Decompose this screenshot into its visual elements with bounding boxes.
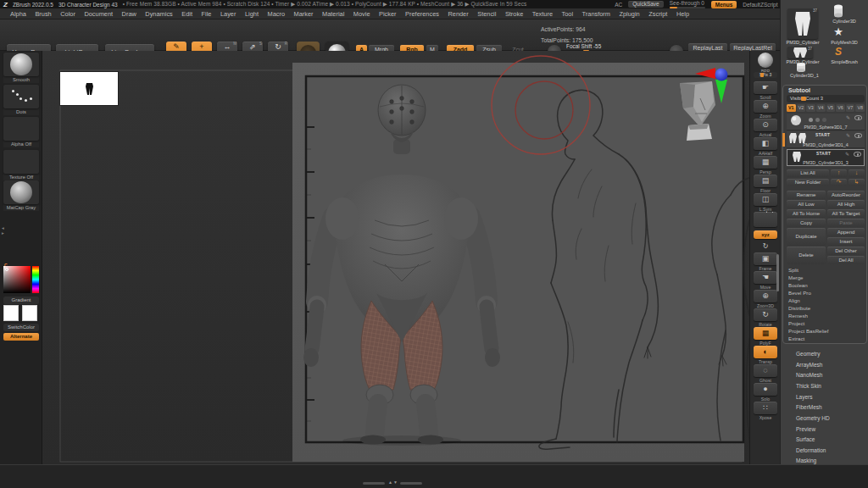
tab-v3[interactable]: V3 [806,104,815,112]
left-tray-collapse-handle[interactable]: ◂▸ [0,225,6,236]
menu-layer[interactable]: Layer [220,10,236,18]
sculpt-brush-icon[interactable]: ✎ [846,114,850,120]
menu-picker[interactable]: Picker [379,10,397,18]
menu-render[interactable]: Render [448,10,468,18]
zoom-button[interactable]: ⊕ Zoom [754,100,777,119]
quicksave-button[interactable]: QuickSave [628,1,663,8]
palette-surface[interactable]: Surface [796,436,815,442]
menu-material[interactable]: Material [322,10,344,18]
visible-count-slider[interactable]: Visible Count 3 [787,95,865,103]
stroke-selector[interactable]: Dots [3,85,39,115]
tool-simplebrush[interactable]: S [832,47,845,58]
section-bevel-pro[interactable]: Bevel Pro [788,290,811,296]
sculpt-brush-icon[interactable]: ✎ [845,151,849,157]
auto-reorder-button[interactable]: AutoReorder [827,191,865,199]
material-selector[interactable]: MatCap Gray [3,180,39,211]
menu-draw[interactable]: Draw [122,10,136,18]
xpose-button[interactable]: ∷ Xpose [754,402,777,420]
transp-button[interactable]: ◐ Transp [754,346,777,364]
section-split[interactable]: Split [788,267,798,273]
menu-stroke[interactable]: Stroke [505,10,523,18]
subtool-up-button[interactable]: ↑ [831,169,847,177]
sculpt-brush-icon[interactable]: ✎ [846,132,850,138]
section-align[interactable]: Align [788,297,800,303]
persp-button[interactable]: ▦ Persp [754,156,777,175]
bottom-divider-left[interactable] [363,482,385,485]
texture-selector[interactable]: Texture Off [3,150,39,180]
all-high-button[interactable]: All High [827,200,865,208]
menu-edit[interactable]: Edit [181,10,192,18]
right-strip-scrollbar[interactable] [776,254,779,291]
menu-transform[interactable]: Transform [582,10,610,18]
section-distribute[interactable]: Distribute [788,305,810,311]
palette-thick-skin[interactable]: Thick Skin [796,383,821,389]
tab-v1[interactable]: V1 [787,104,796,112]
main-color-swatch[interactable] [3,305,19,321]
alpha-selector[interactable]: Alpha Off [3,117,39,147]
subtool-item-cylinder4[interactable]: START ✎ PM3D_Cylinder3D1_4 [787,131,865,148]
palette-nanomesh[interactable]: NanoMesh [796,372,822,378]
tab-v7[interactable]: V7 [846,104,855,112]
default-zscript-button[interactable]: DefaultZScript [743,2,777,8]
palette-arraymesh[interactable]: ArrayMesh [796,362,822,368]
rotate-canvas-button[interactable]: ↻ Rotate [754,308,777,327]
tool-cylinder3d-1[interactable] [791,61,811,72]
section-project-basrelief[interactable]: Project BasRelief [788,328,828,334]
menu-document[interactable]: Document [84,10,113,18]
spix-slider[interactable]: SPix 3 [754,72,777,78]
see-through-slider[interactable]: See-through 0 [670,0,705,8]
menu-zplugin[interactable]: Zplugin [619,10,639,18]
del-all-button[interactable]: Del All [827,256,865,264]
aahalf-button[interactable]: ◧ AAHalf [754,137,777,156]
smooth-brush-selector[interactable]: Smooth [3,53,39,83]
append-button[interactable]: Append [827,228,865,236]
subtool-down-button[interactable]: ↓ [849,169,865,177]
visibility-eye-icon[interactable] [854,115,862,120]
menu-dynamics[interactable]: Dynamics [145,10,172,18]
menu-movie[interactable]: Movie [353,10,370,18]
menu-macro[interactable]: Macro [267,10,285,18]
color-picker[interactable]: C [3,264,39,295]
menu-tool[interactable]: Tool [562,10,574,18]
move-canvas-button[interactable]: ☚ Move [754,271,777,290]
all-low-button[interactable]: All Low [787,200,826,208]
folder-redo-button[interactable]: ↷ [831,179,847,186]
floor-button[interactable]: ▤ Floor [754,175,777,193]
palette-deformation[interactable]: Deformation [796,447,826,453]
zoom3d-button[interactable]: ⊕ Zoom3D [754,290,777,308]
del-other-button[interactable]: Del Other [827,247,865,255]
menu-preferences[interactable]: Preferences [405,10,439,18]
palette-layers[interactable]: Layers [796,394,813,400]
section-merge[interactable]: Merge [788,274,804,280]
orbit-button[interactable]: ↻ [754,241,777,251]
insert-button[interactable]: Insert [827,237,865,246]
ghost-button[interactable]: ◌ Ghost [754,364,777,383]
rename-button[interactable]: Rename [787,191,826,199]
section-boolean[interactable]: Boolean [788,282,808,288]
menu-color[interactable]: Color [60,10,75,18]
menu-brush[interactable]: Brush [35,10,51,18]
new-folder-button[interactable]: New Folder [787,179,829,186]
paste-button[interactable]: Paste [827,219,865,227]
folder-branch-button[interactable]: ↳ [849,179,865,186]
lock-camera-button[interactable] [754,212,777,227]
tab-v2[interactable]: V2 [797,104,806,112]
all-to-target-button[interactable]: All To Target [827,209,865,218]
local-symmetry-button[interactable]: ◫ L.Sym [754,193,777,212]
menu-zscript[interactable]: Zscript [648,10,667,18]
menu-texture[interactable]: Texture [532,10,553,18]
actual-button[interactable]: ⊙ Actual [754,119,777,137]
frame-button[interactable]: ▣ Frame [754,252,777,271]
hue-strip[interactable] [32,266,39,293]
tab-v4[interactable]: V4 [816,104,826,112]
xyz-button[interactable]: xyz [754,230,777,239]
visibility-eye-icon[interactable] [854,152,861,157]
menu-help[interactable]: Help [676,10,689,18]
bottom-tray-toggle[interactable]: ▲▼ [388,480,398,485]
bottom-divider-right[interactable] [400,482,422,485]
scroll-button[interactable]: ☛ Scroll [754,81,777,100]
delete-button[interactable]: Delete [787,247,826,264]
polyframe-button[interactable]: ▦ PolyF [754,327,777,346]
secondary-color-swatch[interactable] [22,305,37,321]
gradient-label[interactable]: Gradient [3,297,39,304]
